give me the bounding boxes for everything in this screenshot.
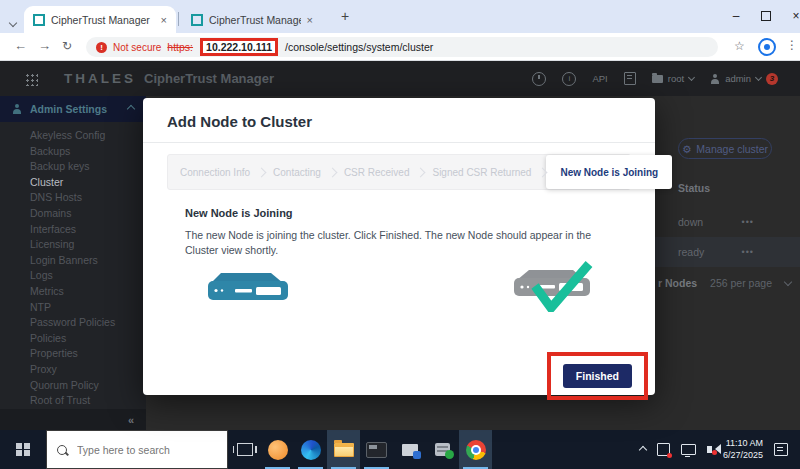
search-icon (57, 445, 67, 455)
tab-close-icon[interactable]: × (161, 14, 167, 26)
user-menu[interactable]: admin 3 (710, 73, 778, 85)
browser-tab-strip: CipherTrust Manager×CipherTrust Manager×… (0, 0, 800, 33)
domain-selector[interactable]: root (652, 73, 694, 84)
sidebar-item-login-banners[interactable]: Login Banners (0, 253, 146, 269)
forward-icon[interactable]: → (38, 38, 51, 53)
user-icon (710, 74, 720, 84)
history-clock-icon[interactable] (532, 72, 546, 86)
start-button[interactable] (0, 430, 46, 469)
sidebar-item-metrics[interactable]: Metrics (0, 284, 146, 300)
sidebar-item-properties[interactable]: Properties (0, 346, 146, 362)
taskbar-app-chrome[interactable] (459, 430, 492, 469)
ciphertrust-favicon (33, 14, 45, 26)
taskbar-app-remote-desktop[interactable] (393, 430, 426, 469)
search-input[interactable] (75, 443, 209, 457)
row-menu-icon[interactable]: ••• (742, 217, 754, 227)
sidebar-item-root-of-trust[interactable]: Root of Trust (0, 393, 146, 408)
sidebar-item-cluster[interactable]: Cluster (0, 175, 146, 191)
chevron-down-icon (784, 278, 792, 286)
tray-app-icon[interactable] (657, 443, 670, 456)
sidebar-item-quorum-policy[interactable]: Quorum Policy (0, 378, 146, 394)
sidebar-header-admin-settings[interactable]: Admin Settings (0, 96, 146, 122)
status-value: ready (678, 246, 704, 258)
docs-book-icon[interactable] (624, 72, 636, 85)
sidebar-item-domains[interactable]: Domains (0, 206, 146, 222)
file-explorer-icon (334, 443, 354, 457)
nodes-count-label: r Nodes (658, 277, 697, 289)
remote-desktop-icon (402, 444, 418, 456)
manage-cluster-button[interactable]: ⚙ Manage cluster (678, 138, 772, 159)
app-grid-icon[interactable] (24, 72, 38, 86)
step-description: The new Node is joining the cluster. Cli… (185, 228, 613, 257)
taskbar: 11:10 AM 6/27/2025 (0, 430, 800, 469)
status-column-header: Status (678, 182, 710, 194)
wrench-icon: ⚙ (682, 143, 691, 155)
app-header: THALES CipherTrust Manager i API root ad… (0, 61, 800, 96)
tray-expand-icon[interactable] (639, 445, 647, 453)
wizard-step: Signed CSR Returned (424, 167, 539, 178)
api-link[interactable]: API (592, 73, 607, 84)
browser-tab[interactable]: CipherTrust Manager× (24, 6, 176, 33)
url-field[interactable]: ! Not secure https: 10.222.10.111 /conso… (86, 37, 718, 57)
window-maximize-button[interactable] (752, 0, 780, 32)
joined-node-appliance-check-icon (511, 260, 603, 316)
maximize-icon (761, 11, 771, 21)
profile-avatar[interactable] (758, 38, 776, 56)
taskbar-clock[interactable]: 11:10 AM 6/27/2025 (723, 438, 763, 461)
tab-title: CipherTrust Manager (209, 14, 301, 26)
action-center-icon[interactable] (774, 443, 788, 456)
sidebar-item-backups[interactable]: Backups (0, 144, 146, 160)
app-background: THALES CipherTrust Manager i API root ad… (0, 61, 800, 430)
volume-muted-icon[interactable] (707, 446, 712, 453)
admin-settings-icon (12, 104, 22, 114)
sidebar-item-ntp[interactable]: NTP (0, 300, 146, 316)
browser-address-bar: ← → ↻ ! Not secure https: 10.222.10.111 … (0, 33, 800, 61)
row-menu-icon[interactable]: ••• (742, 247, 754, 257)
taskbar-app-terminal[interactable] (360, 430, 393, 469)
domain-label: root (668, 73, 684, 84)
task-view-button[interactable] (228, 430, 261, 469)
reload-icon[interactable]: ↻ (62, 39, 72, 53)
task-view-icon (237, 443, 253, 456)
window-close-button[interactable]: × (782, 0, 800, 32)
taskbar-app-server-manager[interactable] (426, 430, 459, 469)
back-icon[interactable]: ← (14, 38, 27, 53)
sidebar-items: Akeyless ConfigBackupsBackup keysCluster… (0, 122, 146, 408)
browser-tab[interactable]: CipherTrust Manager× (182, 6, 322, 33)
tab-close-icon[interactable]: × (307, 14, 313, 26)
sidebar-item-logs[interactable]: Logs (0, 268, 146, 284)
tab-divider (178, 12, 179, 26)
taskbar-search[interactable] (46, 430, 228, 469)
table-footer: r Nodes 256 per page (658, 277, 791, 289)
per-page-select[interactable]: 256 per page (710, 277, 772, 289)
sidebar-item-proxy[interactable]: Proxy (0, 362, 146, 378)
sidebar-collapse-button[interactable]: « (0, 409, 146, 430)
wizard-steps: Connection InfoContactingCSR ReceivedSig… (167, 154, 631, 190)
tab-search-icon[interactable] (10, 12, 16, 30)
sidebar-item-password-policies[interactable]: Password Policies (0, 315, 146, 331)
browser-menu-icon[interactable]: ⋮ (786, 38, 798, 52)
network-icon[interactable] (681, 444, 696, 455)
sidebar-item-policies[interactable]: Policies (0, 331, 146, 347)
sidebar-item-interfaces[interactable]: Interfaces (0, 222, 146, 238)
sidebar-item-akeyless-config[interactable]: Akeyless Config (0, 128, 146, 144)
server-manager-icon (435, 443, 450, 456)
bookmark-star-icon[interactable]: ☆ (734, 39, 745, 53)
sidebar-item-backup-keys[interactable]: Backup keys (0, 159, 146, 175)
info-icon[interactable]: i (562, 72, 576, 86)
terminal-icon (366, 442, 387, 458)
window-minimize-button[interactable]: – (722, 0, 750, 32)
not-secure-label[interactable]: Not secure (113, 42, 161, 53)
sidebar-item-licensing[interactable]: Licensing (0, 237, 146, 253)
chevron-down-icon (688, 74, 695, 81)
taskbar-app-explorer[interactable] (327, 430, 360, 469)
new-tab-button[interactable]: + (334, 5, 356, 27)
finished-button[interactable]: Finished (563, 364, 632, 388)
taskbar-app-edge[interactable] (294, 430, 327, 469)
sidebar-item-dns-hosts[interactable]: DNS Hosts (0, 190, 146, 206)
taskbar-app-people[interactable] (261, 430, 294, 469)
source-node-appliance-icon (205, 268, 291, 312)
orange-app-icon (268, 440, 288, 460)
user-label: admin (725, 73, 751, 84)
wizard-step: CSR Received (336, 167, 418, 178)
